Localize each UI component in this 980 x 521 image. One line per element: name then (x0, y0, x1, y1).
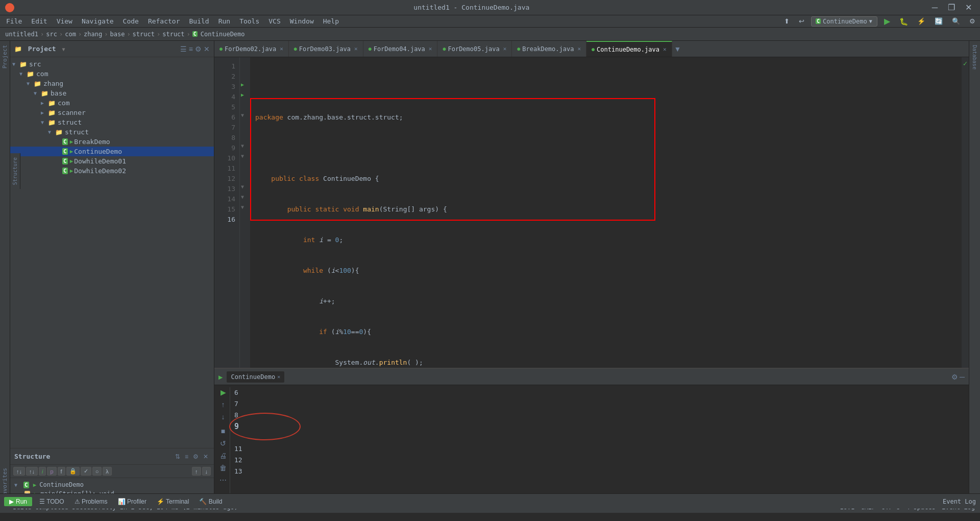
build-button[interactable]: 🔨 Build (196, 497, 225, 506)
breadcrumb-class[interactable]: ContinueDemo (201, 31, 245, 38)
close-button[interactable]: ✕ (962, 2, 975, 13)
tab-close-fordemo05[interactable]: ✕ (503, 45, 507, 52)
breadcrumb-src[interactable]: src (46, 31, 57, 38)
tab-continuedemo[interactable]: ● ContinueDemo.java ✕ (586, 41, 672, 57)
event-log-link[interactable]: Event Log (943, 498, 976, 505)
tree-struct2[interactable]: ▼ 📁 struct (10, 127, 214, 137)
struct-icon-p[interactable]: p (47, 467, 56, 476)
vcs-update-button[interactable]: ⬆ (781, 16, 792, 27)
tab-fordemo03[interactable]: ● ForDemo03.java ✕ (289, 41, 363, 57)
tree-dowhile02[interactable]: ▶ C ▶ DowhileDemo02 (10, 166, 214, 176)
collapse-button[interactable]: ≡ (189, 45, 193, 53)
struct-icon-down[interactable]: ↓ (202, 467, 211, 476)
run-config-selector[interactable]: C ContinueDemo ▼ (811, 16, 877, 27)
structure-settings-btn[interactable]: ⚙ (191, 453, 200, 461)
struct-icon-sort1[interactable]: ↑↓ (13, 467, 25, 476)
breadcrumb-struct2[interactable]: struct (162, 31, 184, 38)
struct-icon-sort2[interactable]: ↑↓ (26, 467, 38, 476)
menu-vcs[interactable]: VCS (264, 16, 284, 26)
hide-panel-button[interactable]: ✕ (204, 45, 210, 53)
tree-scanner[interactable]: ▶ 📁 scanner (10, 108, 214, 117)
code-content[interactable]: package com.zhang.base.struct.struct; pu… (250, 57, 962, 368)
tab-close-breakdemo[interactable]: ✕ (577, 45, 581, 52)
menu-view[interactable]: View (53, 16, 77, 26)
coverage-button[interactable]: ⚡ (915, 16, 928, 27)
tree-base[interactable]: ▼ 📁 base (10, 88, 214, 98)
breadcrumb-base[interactable]: base (110, 31, 125, 38)
run-trash-btn[interactable]: 🗑 (218, 463, 228, 473)
tab-fordemo02[interactable]: ● ForDemo02.java ✕ (214, 41, 289, 57)
tree-struct1[interactable]: ▼ 📁 struct (10, 117, 214, 127)
tab-breakdemo[interactable]: ● BreakDemo.java ✕ (512, 41, 586, 57)
menu-navigate[interactable]: Navigate (78, 16, 118, 26)
run-down-btn[interactable]: ↓ (218, 412, 228, 422)
bottom-hide-btn[interactable]: ─ (960, 373, 965, 381)
run-button[interactable]: ▶ (881, 15, 893, 28)
tree-zhang[interactable]: ▼ 📁 zhang (10, 79, 214, 88)
tree-com2[interactable]: ▶ 📁 com (10, 98, 214, 108)
menu-refactor[interactable]: Refactor (144, 16, 184, 26)
menu-window[interactable]: Window (286, 16, 318, 26)
run-rerun-btn[interactable]: ↺ (218, 438, 228, 448)
menu-file[interactable]: File (2, 16, 26, 26)
project-side-icon[interactable]: Project (1, 43, 9, 70)
problems-button[interactable]: ⚠ Problems (71, 497, 111, 506)
bottom-tab-close-run[interactable]: ✕ (277, 374, 280, 380)
struct-icon-up[interactable]: ↑ (192, 467, 201, 476)
gutter-arrow-3[interactable]: ▶ (241, 82, 244, 87)
struct-icon-lambda[interactable]: λ (103, 467, 112, 476)
tab-close-continuedemo[interactable]: ✕ (663, 46, 667, 53)
tab-close-fordemo03[interactable]: ✕ (354, 45, 358, 52)
tab-fordemo04[interactable]: ● ForDemo04.java ✕ (363, 41, 438, 57)
menu-tools[interactable]: Tools (235, 16, 263, 26)
menu-run[interactable]: Run (214, 16, 234, 26)
breadcrumb-struct1[interactable]: struct (133, 31, 155, 38)
tree-breakdemo[interactable]: ▶ C ▶ BreakDemo (10, 137, 214, 147)
menu-code[interactable]: Code (119, 16, 143, 26)
struct-item-class[interactable]: ▼ C ▶ ContinueDemo (14, 480, 210, 489)
todo-button[interactable]: ☰ TODO (36, 497, 67, 506)
database-side-icon[interactable]: Database (971, 43, 978, 72)
menu-edit[interactable]: Edit (27, 16, 51, 26)
debug-button[interactable]: 🐛 (897, 16, 911, 27)
struct-icon-circle[interactable]: ○ (92, 467, 102, 476)
settings-button[interactable]: ⚙ (967, 16, 978, 27)
run-up-btn[interactable]: ↑ (218, 399, 228, 410)
gutter-arrow-4[interactable]: ▶ (241, 92, 244, 98)
struct-icon-f[interactable]: f (58, 467, 65, 476)
breadcrumb-com[interactable]: com (65, 31, 76, 38)
settings-panel-button[interactable]: ⚙ (195, 45, 202, 53)
tab-close-fordemo02[interactable]: ✕ (280, 45, 283, 52)
breadcrumb-project[interactable]: untitled1 (5, 31, 38, 38)
run-more-btn[interactable]: ⋯ (218, 475, 228, 485)
tab-overflow-button[interactable]: ▼ (674, 45, 681, 53)
struct-icon-check[interactable]: ✓ (81, 467, 91, 476)
code-editor[interactable]: 1 2 3 4 5 6 7 8 9 10 11 12 13 14 15 16 (214, 57, 969, 368)
sync-button[interactable]: ☰ (180, 45, 187, 53)
struct-icon-lock[interactable]: 🔒 (66, 467, 80, 476)
tree-src[interactable]: ▼ 📁 src (10, 59, 214, 69)
run-play-btn[interactable]: ▶ (218, 387, 228, 397)
structure-collapse-btn[interactable]: ≡ (183, 453, 190, 461)
breadcrumb-zhang[interactable]: zhang (84, 31, 102, 38)
search-button[interactable]: 🔍 (949, 16, 963, 27)
terminal-button[interactable]: ⚡ Terminal (154, 497, 192, 506)
structure-side-icon[interactable]: Structure (10, 155, 20, 187)
tree-dowhile01[interactable]: ▶ C ▶ DowhileDemo01 (10, 156, 214, 166)
tree-com[interactable]: ▼ 📁 com (10, 69, 214, 79)
back-button[interactable]: ↩ (796, 16, 807, 27)
maximize-button[interactable]: ❐ (945, 2, 958, 13)
tab-close-fordemo04[interactable]: ✕ (429, 45, 432, 52)
run-print-btn[interactable]: 🖨 (218, 451, 228, 461)
run-action-button[interactable]: ▶ Run (4, 497, 32, 506)
menu-help[interactable]: Help (319, 16, 343, 26)
profile-button[interactable]: 🔄 (932, 16, 945, 27)
bottom-tab-run[interactable]: ContinueDemo ✕ (227, 371, 284, 383)
tree-continuedemo[interactable]: ▶ C ▶ ContinueDemo (10, 147, 214, 156)
structure-hide-btn[interactable]: ✕ (202, 453, 210, 461)
profiler-button[interactable]: 📊 Profiler (115, 497, 150, 506)
tab-fordemo05[interactable]: ● ForDemo05.java ✕ (437, 41, 512, 57)
structure-sort-btn[interactable]: ⇅ (174, 453, 182, 461)
struct-icon-i[interactable]: i (39, 467, 46, 476)
run-stop-btn[interactable]: ■ (218, 426, 228, 436)
